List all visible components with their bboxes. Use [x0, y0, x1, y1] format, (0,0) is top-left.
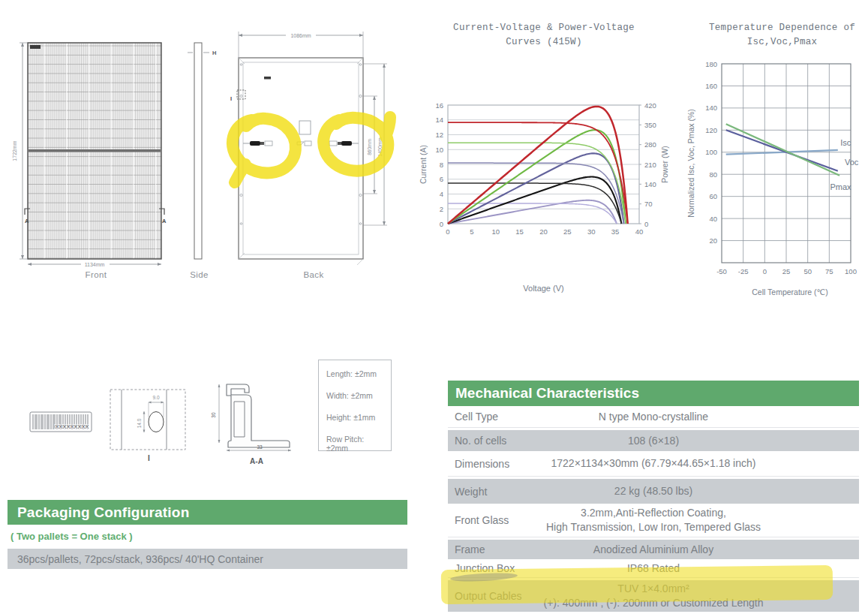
temp-label-voc: Voc	[845, 158, 859, 167]
iv-xtick: 40	[635, 227, 644, 236]
back-width-dim: 1086mm	[290, 33, 311, 38]
iv-chart-title: Current-Voltage & Power-Voltage Curves (…	[431, 21, 656, 50]
temp-xtick: 100	[845, 267, 857, 275]
datasheet-page: 1722mm 1134mm A A H	[0, 0, 868, 614]
side-view: H	[188, 43, 216, 259]
hole-width-dim: 9.0	[152, 395, 159, 400]
packaging-title: Packaging Configuration	[8, 504, 189, 521]
iv-ytick-right: 280	[644, 140, 656, 149]
tolerance-box: Length: ±2mm Width: ±2mm Height: ±1mm Ro…	[318, 360, 392, 451]
row-label: Cell Type	[455, 411, 498, 423]
table-row: Weight22 kg (48.50 lbs)	[448, 479, 859, 504]
iv-ytick-left: 12	[435, 131, 443, 139]
temp-xlabel: Cell Temperature (℃)	[752, 287, 827, 296]
row-label: Dimensions	[455, 458, 509, 470]
mechanical-title: Mechanical Characteristics	[455, 385, 639, 402]
temp-xtick: 25	[782, 267, 791, 275]
iv-ytick-left: 10	[435, 146, 443, 154]
temp-ytick: 100	[705, 148, 717, 156]
iv-ylabel-left: Current (A)	[419, 145, 428, 184]
iv-ytick-left: 4	[440, 190, 443, 198]
iv-xtick: 30	[587, 227, 596, 236]
iv-ytick-left: 6	[440, 175, 443, 183]
temp-ytick: 160	[705, 82, 717, 90]
back-view: I 1086mm 860mm 1400mm	[230, 32, 387, 265]
packaging-subtitle: ( Two pallets = One stack )	[11, 531, 133, 542]
packaging-header: Packaging Configuration	[8, 500, 407, 525]
back-hole-span-dim: 860mm	[367, 139, 372, 155]
section-a-right: A	[162, 218, 167, 224]
row-label: No. of cells	[455, 435, 506, 447]
temp-chart-title: Temperature Dependence of Isc,Voc,Pmax	[701, 21, 863, 50]
iv-xtick: 15	[515, 227, 524, 236]
temp-xtick: -25	[738, 267, 749, 275]
tolerance-width: Width: ±2mm	[326, 391, 383, 400]
frame-profile-drawing: 30 33 A-A	[211, 384, 291, 465]
iv-xtick: 5	[470, 227, 473, 236]
hole-section-label: I	[148, 454, 150, 462]
iv-ytick-left: 2	[440, 205, 443, 213]
panel-drawings: 1722mm 1134mm A A H	[0, 0, 420, 315]
iv-ytick-left: 14	[435, 116, 443, 124]
side-label: Side	[179, 270, 220, 279]
iv-chart: 0246810121416070140210280350420051015202…	[416, 98, 679, 300]
profile-width-dim: 33	[257, 444, 263, 450]
iv-ytick-left: 16	[435, 101, 443, 110]
temp-chart: 20406080100120140160180-50-250255075100I…	[679, 56, 868, 304]
tolerance-height: Height: ±1mm	[326, 413, 383, 422]
iv-xtick: 25	[563, 227, 572, 236]
iv-ylabel-right: Power (W)	[660, 146, 669, 183]
temp-ytick: 20	[709, 236, 717, 245]
hole-detail-drawing: 9.0 14.0 I	[110, 390, 185, 462]
iv-ytick-left: 0	[440, 220, 443, 228]
front-height-dim: 1722mm	[12, 140, 17, 161]
row-label: Front Glass	[455, 514, 509, 526]
front-view: 1722mm 1134mm A A	[12, 43, 167, 267]
output-cables-highlight	[441, 565, 833, 604]
barcode-drawing: XXXXXXXXX	[30, 412, 92, 432]
row-value: 22 kg (48.50 lbs)	[448, 484, 859, 498]
row-value: 1722×1134×30mm (67.79×44.65×1.18 inch)	[448, 456, 859, 471]
temp-label-pmax: Pmax	[830, 182, 851, 191]
row-value: N type Mono-crystalline	[448, 410, 859, 424]
temp-label-isc: Isc	[840, 138, 851, 147]
temp-xtick: 0	[763, 267, 767, 275]
temp-xtick: -50	[716, 267, 727, 275]
back-label: Back	[291, 270, 336, 279]
table-row: Front Glass3.2mm,Anti-Reflection Coating…	[448, 504, 859, 537]
table-row: FrameAnodized Aluminium Alloy	[448, 540, 859, 559]
temp-ytick: 140	[705, 104, 717, 112]
table-row: Dimensions1722×1134×30mm (67.79×44.65×1.…	[448, 451, 859, 477]
temp-xtick: 75	[825, 267, 833, 275]
iv-xlabel: Voltage (V)	[523, 284, 563, 293]
temp-ytick: 80	[709, 170, 717, 179]
barcode-text: XXXXXXXXX	[55, 423, 89, 430]
row-value: Anodized Aluminium Alloy	[448, 543, 859, 557]
row-value: 3.2mm,Anti-Reflection Coating,	[448, 506, 859, 520]
temp-ytick: 180	[705, 60, 717, 68]
temp-ytick: 60	[709, 192, 717, 200]
row-value: High Transmission, Low Iron, Tempered Gl…	[448, 520, 859, 534]
row-label: Frame	[455, 543, 485, 555]
iv-ytick-right: 420	[644, 101, 656, 110]
section-i-marker: I	[230, 95, 232, 102]
iv-xtick: 0	[446, 227, 449, 236]
temp-xtick: 50	[803, 267, 812, 275]
iv-xtick: 10	[491, 227, 500, 236]
table-row: Cell TypeN type Mono-crystalline	[448, 406, 859, 428]
profile-section-label: A-A	[250, 457, 263, 465]
temp-ylabel: Normalized Isc, Voc, Pmax (%)	[686, 109, 695, 218]
iv-xtick: 20	[539, 227, 548, 236]
tolerance-row-pitch: Row Pitch: ±2mm	[326, 435, 383, 453]
iv-ytick-right: 210	[644, 161, 656, 169]
temp-ytick: 120	[705, 126, 717, 134]
section-a-left: A	[25, 218, 29, 224]
row-label: Weight	[455, 486, 487, 498]
tolerance-length: Length: ±2mm	[326, 369, 383, 378]
temp-ytick: 40	[709, 215, 717, 223]
iv-ytick-left: 8	[440, 161, 443, 169]
front-label: Front	[74, 270, 119, 279]
iv-xtick: 35	[611, 227, 620, 236]
iv-ytick-right: 350	[644, 121, 656, 129]
row-value: 108 (6×18)	[448, 434, 859, 448]
